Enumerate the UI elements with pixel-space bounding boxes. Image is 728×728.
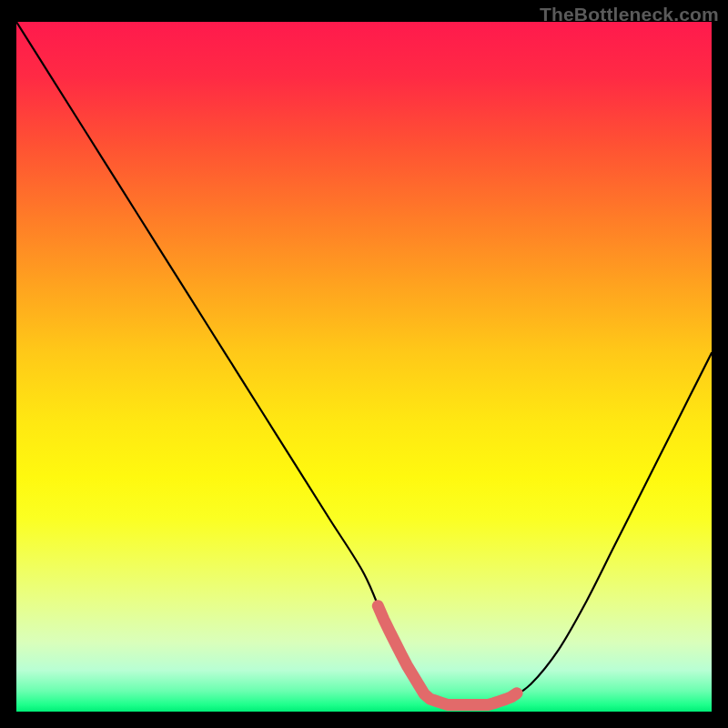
chart-root: TheBottleneck.com (0, 0, 728, 728)
optimal-highlight-path (378, 606, 517, 705)
bottleneck-curve-path (16, 22, 712, 705)
curve-layer (16, 22, 712, 712)
plot-area (16, 22, 712, 712)
